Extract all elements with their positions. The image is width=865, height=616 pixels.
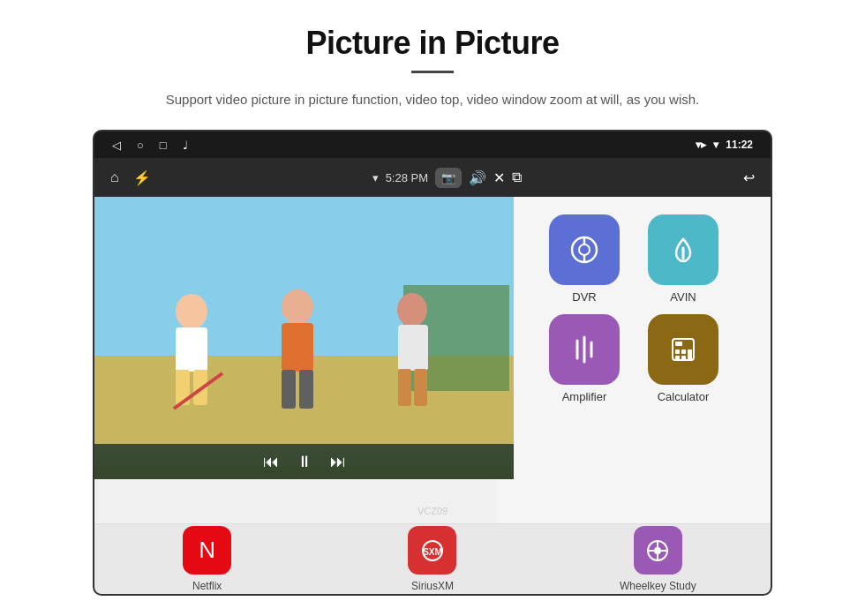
svg-rect-14 (414, 369, 427, 406)
app-icon-calculator[interactable]: Calculator (639, 314, 727, 403)
svg-point-35 (654, 547, 661, 554)
title-divider (411, 71, 454, 73)
svg-point-11 (397, 293, 427, 327)
svg-text:SXM: SXM (423, 547, 442, 557)
back-nav-icon[interactable]: ◁ (112, 139, 121, 152)
page-subtitle: Support video picture in picture functio… (166, 89, 699, 110)
wifi-status-icon: ▾ (372, 171, 379, 184)
avin-label: AVIN (670, 290, 696, 304)
svg-point-3 (176, 294, 207, 329)
music-nav-icon: ♩ (183, 139, 188, 152)
pip-playback: ⏮ ⏸ ⏭ (94, 444, 514, 479)
amplifier-svg-icon (567, 332, 602, 367)
signal-icon: ▾ (713, 139, 718, 151)
home-nav-icon[interactable]: ○ (137, 139, 144, 152)
back-icon[interactable]: ↩ (743, 169, 755, 186)
window-icon[interactable]: ⧉ (512, 169, 522, 185)
app-icon-dvr[interactable]: DVR (540, 214, 628, 304)
netflix-icon: N (199, 537, 215, 564)
avin-svg-icon (666, 232, 701, 267)
svg-point-7 (282, 289, 313, 325)
svg-rect-10 (299, 370, 313, 409)
pip-prev-btn[interactable]: ⏮ (263, 453, 279, 471)
dvr-svg-icon (567, 232, 602, 267)
pip-next-btn[interactable]: ⏭ (330, 453, 346, 471)
bottom-app-netflix[interactable]: N Netflix (150, 526, 265, 592)
camera-active-icon[interactable]: 📷 (435, 168, 462, 188)
page-wrapper: Picture in Picture Support video picture… (0, 0, 865, 596)
status-bar: ◁ ○ □ ♩ ▾▸ ▾ 11:22 (94, 131, 771, 158)
video-scene-svg (94, 197, 514, 479)
svg-rect-8 (282, 323, 313, 372)
calculator-icon-box (648, 314, 718, 385)
app-bar: ⌂ ⚡ ▾ 5:28 PM 📷 🔊 ✕ ⧉ ↩ (94, 158, 771, 197)
home-icon[interactable]: ⌂ (110, 169, 119, 185)
volume-icon[interactable]: 🔊 (469, 169, 486, 186)
svg-rect-27 (681, 349, 686, 354)
page-title: Picture in Picture (305, 25, 559, 62)
close-icon[interactable]: ✕ (493, 169, 505, 186)
main-area: 📹 − + ✕ (94, 197, 771, 523)
app-bar-time: 5:28 PM (386, 171, 428, 184)
calculator-label: Calculator (658, 390, 710, 403)
siriusxm-svg-icon: SXM (419, 537, 446, 564)
video-scene (94, 197, 514, 479)
svg-point-17 (579, 244, 590, 255)
wheelkey-label: Wheelkey Study (620, 580, 696, 592)
netflix-icon-box: N (183, 526, 231, 575)
svg-rect-30 (681, 356, 686, 360)
app-icon-avin[interactable]: AVIN (639, 214, 727, 304)
calculator-svg-icon (666, 332, 701, 367)
wheelkey-icon-box (634, 526, 682, 575)
svg-rect-9 (282, 370, 296, 409)
siriusxm-icon-box: SXM (408, 526, 456, 575)
dvr-label: DVR (572, 290, 596, 304)
amplifier-icon-box (549, 314, 620, 385)
pip-play-btn[interactable]: ⏸ (297, 453, 312, 471)
wheelkey-svg-icon (644, 537, 671, 564)
bottom-row: N Netflix SXM SiriusXM (94, 523, 771, 594)
svg-rect-31 (688, 349, 692, 360)
svg-rect-4 (176, 327, 207, 372)
bottom-app-wheelkey[interactable]: Wheelkey Study (600, 526, 715, 592)
bottom-app-siriusxm[interactable]: SXM SiriusXM (375, 526, 490, 592)
svg-rect-25 (675, 342, 682, 346)
app-icon-amplifier[interactable]: Amplifier (540, 314, 628, 403)
svg-rect-26 (675, 349, 680, 354)
dvr-icon-box (549, 214, 620, 285)
svg-rect-13 (398, 369, 411, 406)
svg-rect-29 (675, 356, 680, 360)
device-frame: ◁ ○ □ ♩ ▾▸ ▾ 11:22 ⌂ ⚡ ▾ 5:28 PM 📷 🔊 (93, 130, 772, 596)
app-grid: DVR AVIN (497, 197, 771, 523)
usb-icon[interactable]: ⚡ (133, 169, 151, 186)
status-bar-indicators: ▾▸ ▾ 11:22 (696, 139, 753, 151)
pip-overlay: 📹 − + ✕ (94, 197, 514, 479)
wifi-icon: ▾▸ (696, 139, 706, 151)
status-bar-nav: ◁ ○ □ ♩ (112, 139, 188, 152)
siriusxm-label: SiriusXM (411, 580, 454, 592)
amplifier-label: Amplifier (562, 390, 607, 403)
app-bar-right: ↩ (743, 169, 755, 186)
svg-rect-12 (398, 325, 428, 371)
netflix-label: Netflix (192, 580, 222, 592)
recent-nav-icon[interactable]: □ (160, 139, 167, 152)
app-bar-left: ⌂ ⚡ (110, 169, 151, 186)
avin-icon-box (648, 214, 718, 285)
app-bar-center: ▾ 5:28 PM 📷 🔊 ✕ ⧉ (372, 168, 522, 188)
status-time: 11:22 (726, 139, 753, 151)
watermark: VCZ09 (417, 506, 448, 516)
